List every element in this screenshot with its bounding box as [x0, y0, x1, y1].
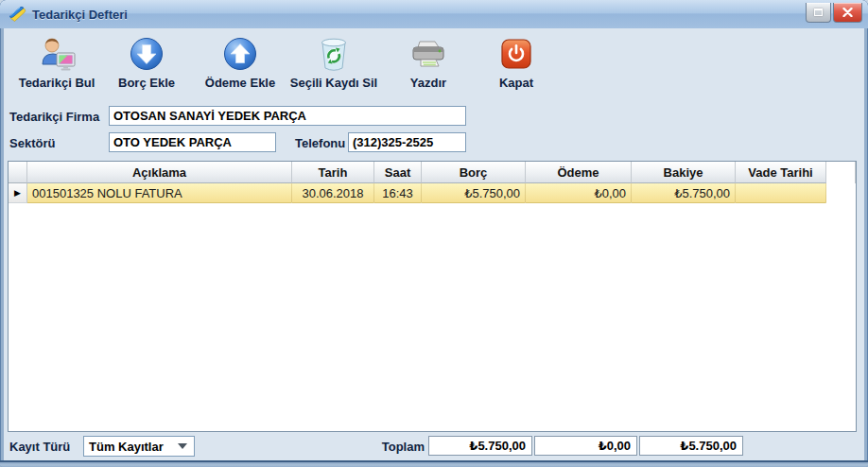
add-payment-label: Ödeme Ekle [205, 76, 275, 90]
cell-borc[interactable]: ₺5.750,00 [422, 183, 526, 203]
arrow-down-circle-icon [129, 32, 165, 76]
header-filler [826, 162, 856, 183]
delete-selected-label: Seçili Kaydı Sil [290, 76, 378, 90]
record-type-value: Tüm Kayıtlar [84, 440, 178, 454]
app-window: Tedarikçi Defteri [0, 0, 868, 467]
find-supplier-label: Tedarikçi Bul [19, 76, 95, 90]
header-vade-tarihi[interactable]: Vade Tarihi [736, 162, 826, 183]
cell-bakiye[interactable]: ₺5.750,00 [632, 183, 736, 203]
sector-input[interactable] [109, 132, 276, 152]
phone-input[interactable] [348, 132, 466, 152]
table-row[interactable]: ▶ 001501325 NOLU FATURA 30.06.2018 16:43… [9, 183, 856, 203]
header-row-selector [9, 162, 27, 183]
header-bakiye[interactable]: Bakiye [632, 162, 736, 183]
close-icon [842, 8, 853, 17]
restore-button[interactable] [806, 3, 831, 23]
header-borc[interactable]: Borç [422, 162, 526, 183]
recycle-bin-icon [316, 32, 352, 76]
cell-saat[interactable]: 16:43 [374, 183, 422, 203]
restore-icon [814, 9, 823, 16]
supplier-firm-label: Tedarikçi Firma [9, 110, 99, 124]
record-type-label: Kayıt Türü [9, 440, 70, 454]
close-button[interactable] [833, 3, 862, 23]
ledger-grid: Açıklama Tarih Saat Borç Ödeme Bakiye Va… [8, 161, 857, 432]
window-content: Tedarikçi Bul Borç Ekle [4, 28, 864, 460]
close-window-button[interactable]: Kapat [481, 32, 551, 98]
header-tarih[interactable]: Tarih [292, 162, 374, 183]
power-icon [500, 32, 532, 76]
arrow-up-circle-icon [222, 32, 258, 76]
header-aciklama[interactable]: Açıklama [27, 162, 292, 183]
record-type-dropdown[interactable]: Tüm Kayıtlar [83, 436, 195, 457]
window-title: Tedarikçi Defteri [32, 8, 128, 22]
add-debt-label: Borç Ekle [118, 76, 175, 90]
total-bakiye-box: ₺5.750,00 [639, 436, 743, 456]
book-icon [8, 6, 26, 23]
person-monitor-icon [36, 32, 78, 76]
cell-tarih[interactable]: 30.06.2018 [292, 183, 374, 203]
print-button[interactable]: Yazdır [390, 32, 467, 98]
chevron-down-icon [178, 443, 187, 449]
add-payment-button[interactable]: Ödeme Ekle [192, 32, 288, 98]
print-label: Yazdır [410, 76, 446, 90]
cell-odeme[interactable]: ₺0,00 [526, 183, 632, 203]
cell-vade-tarihi[interactable] [736, 183, 826, 203]
delete-selected-button[interactable]: Seçili Kaydı Sil [281, 32, 387, 98]
header-saat[interactable]: Saat [374, 162, 422, 183]
total-label: Toplam [375, 440, 425, 454]
close-window-label: Kapat [499, 76, 533, 90]
grid-header: Açıklama Tarih Saat Borç Ödeme Bakiye Va… [9, 162, 856, 183]
row-selector-cell: ▶ [9, 183, 27, 203]
total-odeme-box: ₺0,00 [534, 436, 637, 456]
toolbar: Tedarikçi Bul Borç Ekle [4, 28, 864, 102]
supplier-firm-input[interactable] [109, 106, 466, 126]
footer-bar: Kayıt Türü Tüm Kayıtlar Toplam ₺5.750,00… [4, 432, 864, 460]
current-row-arrow-icon: ▶ [14, 188, 21, 198]
total-borc-box: ₺5.750,00 [428, 436, 532, 456]
cell-aciklama[interactable]: 001501325 NOLU FATURA [27, 183, 292, 203]
phone-label: Telefonu [295, 136, 345, 150]
find-supplier-button[interactable]: Tedarikçi Bul [4, 32, 110, 98]
titlebar: Tedarikçi Defteri [0, 0, 868, 28]
window-bottom-frame [0, 460, 868, 467]
printer-icon [408, 32, 448, 76]
add-debt-button[interactable]: Borç Ekle [101, 32, 192, 98]
header-odeme[interactable]: Ödeme [526, 162, 632, 183]
sector-label: Sektörü [9, 136, 55, 150]
